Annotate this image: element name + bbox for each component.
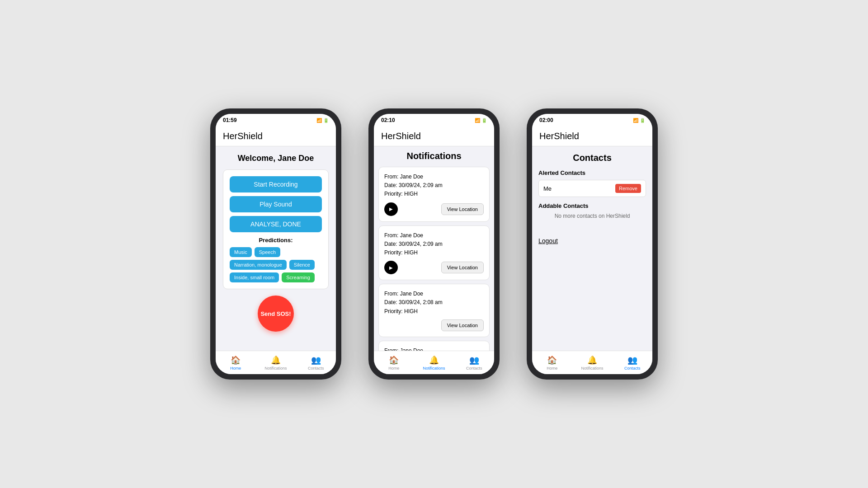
notifications-page-title: Notifications xyxy=(378,151,490,161)
app-title-2: HerShield xyxy=(381,131,487,141)
nav-contacts-label-2: Contacts xyxy=(466,366,482,371)
nav-home-label-3: Home xyxy=(547,366,557,371)
notifications-content: Notifications From: Jane Doe Date: 30/09… xyxy=(374,146,494,351)
play-button-1[interactable]: ▶ xyxy=(384,202,398,216)
nav-notif-label-1: Notifications xyxy=(264,366,287,371)
signal-icon-3: 📶 xyxy=(633,118,638,123)
nav-home-1[interactable]: 🏠 Home xyxy=(216,355,256,371)
notif-date-3: Date: 30/09/24, 2:08 am xyxy=(384,298,484,307)
play-button-2[interactable]: ▶ xyxy=(384,261,398,274)
signal-icon: 📶 xyxy=(316,118,322,123)
notif-card-3: From: Jane Doe Date: 30/09/24, 2:08 am P… xyxy=(378,284,490,337)
contact-name-me: Me xyxy=(543,185,615,192)
phone-contacts: 02:00 📶 🔋 HerShield Contacts Alerted Con… xyxy=(527,108,658,380)
wifi-icon: 🔋 xyxy=(323,118,329,123)
bell-icon-1: 🔔 xyxy=(271,355,281,365)
notif-from-3: From: Jane Doe xyxy=(384,290,484,298)
analyse-button[interactable]: ANALYSE, DONE xyxy=(230,216,322,232)
addable-contacts-label: Addable Contacts xyxy=(538,202,646,209)
home-icon-3: 🏠 xyxy=(547,355,557,365)
nav-notif-label-3: Notifications xyxy=(581,366,603,371)
nav-home-label-1: Home xyxy=(230,366,241,371)
nav-contacts-2[interactable]: 👥 Contacts xyxy=(454,355,494,371)
time-1: 01:59 xyxy=(223,117,237,123)
battery-icon-2: 🔋 xyxy=(481,118,487,123)
signal-icon-2: 📶 xyxy=(475,118,480,123)
nav-contacts-3[interactable]: 👥 Contacts xyxy=(612,355,652,371)
welcome-title: Welcome, Jane Doe xyxy=(223,154,329,163)
addable-section: Addable Contacts No more contacts on Her… xyxy=(538,202,646,219)
notif-priority-3: Priority: HIGH xyxy=(384,307,484,316)
notif-card-2: From: Jane Doe Date: 30/09/24, 2:09 am P… xyxy=(378,225,490,281)
view-location-button-1[interactable]: View Location xyxy=(441,203,484,215)
sos-button[interactable]: Send SOS! xyxy=(258,296,294,332)
notif-priority-2: Priority: HIGH xyxy=(384,249,484,257)
contacts-icon-3: 👥 xyxy=(627,355,637,365)
bottom-nav-1: 🏠 Home 🔔 Notifications 👥 Contacts xyxy=(216,351,336,374)
status-bar-1: 01:59 📶 🔋 xyxy=(216,114,336,127)
contacts-icon-1: 👥 xyxy=(311,355,321,365)
view-location-button-2[interactable]: View Location xyxy=(441,262,484,273)
app-header-3: HerShield xyxy=(532,127,652,146)
tag-music: Music xyxy=(230,247,252,257)
nav-notifications-1[interactable]: 🔔 Notifications xyxy=(256,355,296,371)
start-recording-button[interactable]: Start Recording xyxy=(230,176,322,192)
no-contacts-text: No more contacts on HerShield xyxy=(538,213,646,219)
notif-card-1: From: Jane Doe Date: 30/09/24, 2:09 am P… xyxy=(378,167,490,222)
phones-container: 01:59 📶 🔋 HerShield Welcome, Jane Doe St… xyxy=(210,108,658,380)
tag-narration: Narration, monologue xyxy=(230,260,287,270)
nav-home-3[interactable]: 🏠 Home xyxy=(532,355,572,371)
nav-notifications-3[interactable]: 🔔 Notifications xyxy=(572,355,613,371)
bell-icon-2: 🔔 xyxy=(429,355,439,365)
notif-priority-1: Priority: HIGH xyxy=(384,190,484,198)
predictions-title: Predictions: xyxy=(230,237,322,244)
status-bar-3: 02:00 📶 🔋 xyxy=(532,114,652,127)
predictions-section: Predictions: Music Speech Narration, mon… xyxy=(230,237,322,282)
contacts-icon-2: 👥 xyxy=(469,355,479,365)
view-location-button-3[interactable]: View Location xyxy=(441,319,484,331)
app-title-1: HerShield xyxy=(223,131,329,141)
nav-home-2[interactable]: 🏠 Home xyxy=(374,355,414,371)
nav-notifications-2[interactable]: 🔔 Notifications xyxy=(414,355,454,371)
tag-speech: Speech xyxy=(255,247,280,257)
nav-home-label-2: Home xyxy=(388,366,399,371)
status-icons-3: 📶 🔋 xyxy=(633,118,645,123)
contacts-content: Contacts Alerted Contacts Me Remove Adda… xyxy=(532,146,652,351)
notif-actions-1: ▶ View Location xyxy=(384,202,484,216)
app-header-2: HerShield xyxy=(374,127,494,146)
nav-contacts-label-3: Contacts xyxy=(624,366,641,371)
home-icon-2: 🏠 xyxy=(389,355,399,365)
tag-screaming: Screaming xyxy=(282,272,315,282)
status-bar-2: 02:10 📶 🔋 xyxy=(374,114,494,127)
notif-date-1: Date: 30/09/24, 2:09 am xyxy=(384,181,484,190)
phone-home: 01:59 📶 🔋 HerShield Welcome, Jane Doe St… xyxy=(210,108,341,380)
bottom-nav-3: 🏠 Home 🔔 Notifications 👥 Contacts xyxy=(532,351,652,374)
bell-icon-3: 🔔 xyxy=(587,355,597,365)
tag-inside: Inside, small room xyxy=(230,272,279,282)
logout-button[interactable]: Logout xyxy=(538,237,558,244)
nav-notif-label-2: Notifications xyxy=(423,366,445,371)
notif-from-2: From: Jane Doe xyxy=(384,231,484,240)
status-icons-1: 📶 🔋 xyxy=(316,118,329,123)
prediction-tags: Music Speech Narration, monologue Silenc… xyxy=(230,247,322,282)
contact-row-me: Me Remove xyxy=(538,180,646,197)
action-box: Start Recording Play Sound ANALYSE, DONE… xyxy=(223,169,329,289)
bottom-nav-2: 🏠 Home 🔔 Notifications 👥 Contacts xyxy=(374,351,494,374)
notif-date-2: Date: 30/09/24, 2:09 am xyxy=(384,240,484,249)
notif-card-4: From: Jane Doe xyxy=(378,341,490,351)
battery-icon-3: 🔋 xyxy=(640,118,645,123)
remove-contact-button[interactable]: Remove xyxy=(615,184,641,193)
nav-contacts-1[interactable]: 👥 Contacts xyxy=(296,355,336,371)
nav-contacts-label-1: Contacts xyxy=(308,366,324,371)
time-2: 02:10 xyxy=(381,117,395,123)
notif-actions-3: View Location xyxy=(384,319,484,331)
app-title-3: HerShield xyxy=(539,131,645,141)
alerted-contacts-label: Alerted Contacts xyxy=(538,169,646,176)
play-sound-button[interactable]: Play Sound xyxy=(230,196,322,212)
notif-from-4: From: Jane Doe xyxy=(384,347,484,351)
notif-from-1: From: Jane Doe xyxy=(384,173,484,181)
home-content: Welcome, Jane Doe Start Recording Play S… xyxy=(216,146,336,351)
app-header-1: HerShield xyxy=(216,127,336,146)
status-icons-2: 📶 🔋 xyxy=(475,118,487,123)
tag-silence: Silence xyxy=(289,260,315,270)
